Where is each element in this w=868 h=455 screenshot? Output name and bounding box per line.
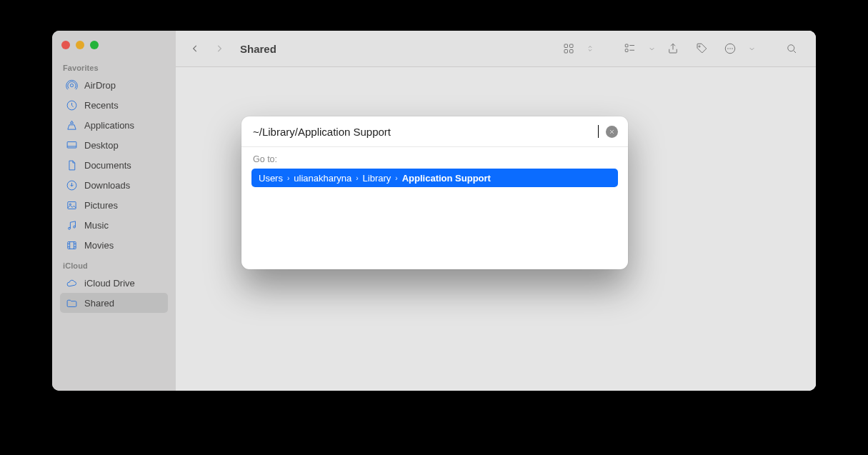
svg-point-6 — [69, 227, 71, 229]
chevron-right-icon: › — [395, 174, 397, 182]
sidebar-item-movies[interactable]: Movies — [60, 235, 168, 255]
svg-point-19 — [732, 48, 733, 49]
sidebar-section-favorites: Favorites — [63, 64, 168, 72]
sidebar-item-music[interactable]: Music — [60, 215, 168, 235]
desktop-icon — [66, 139, 78, 151]
toolbar: Shared — [176, 31, 816, 67]
minimize-window[interactable] — [76, 41, 84, 49]
text-caret — [598, 125, 599, 138]
svg-rect-8 — [68, 241, 76, 249]
group-by-button[interactable] — [617, 38, 643, 59]
svg-rect-11 — [564, 50, 568, 54]
back-button[interactable] — [184, 38, 206, 59]
goto-path-input[interactable] — [253, 126, 597, 138]
sidebar-item-label: Desktop — [84, 140, 119, 151]
svg-point-18 — [729, 48, 731, 49]
sidebar-item-pictures[interactable]: Pictures — [60, 195, 168, 215]
clock-icon — [66, 99, 78, 111]
document-icon — [66, 159, 78, 171]
svg-point-20 — [788, 45, 794, 51]
forward-button[interactable] — [209, 38, 230, 59]
download-icon — [66, 179, 78, 191]
svg-rect-10 — [570, 44, 574, 48]
shared-folder-icon — [66, 297, 78, 309]
group-by-chevron[interactable] — [646, 38, 657, 59]
goto-input-row — [241, 116, 628, 147]
sidebar-item-recents[interactable]: Recents — [60, 95, 168, 115]
clear-input-button[interactable] — [606, 126, 618, 138]
music-icon — [66, 219, 78, 231]
chevron-right-icon: › — [356, 174, 358, 182]
view-mode-button[interactable] — [556, 38, 582, 59]
sidebar-item-label: AirDrop — [84, 80, 116, 91]
sidebar-item-applications[interactable]: Applications — [60, 115, 168, 135]
sidebar-item-label: Pictures — [84, 200, 118, 211]
actions-chevron[interactable] — [746, 38, 757, 59]
sidebar-item-airdrop[interactable]: AirDrop — [60, 75, 168, 95]
sidebar-item-iclouddrive[interactable]: iCloud Drive — [60, 273, 168, 293]
search-button[interactable] — [779, 38, 804, 59]
view-mode-stepper[interactable] — [584, 38, 596, 59]
image-icon — [66, 199, 78, 211]
window-controls — [61, 41, 168, 49]
svg-point-0 — [70, 84, 73, 86]
sidebar-section-icloud: iCloud — [63, 261, 168, 270]
sidebar-item-documents[interactable]: Documents — [60, 155, 168, 175]
sidebar-item-shared[interactable]: Shared — [60, 293, 168, 313]
sidebar-item-label: Recents — [84, 100, 119, 111]
sidebar-item-label: Music — [84, 220, 109, 231]
cloud-icon — [66, 277, 78, 289]
svg-point-5 — [69, 204, 71, 205]
svg-rect-2 — [67, 141, 76, 148]
goto-folder-sheet: Go to: Users › ulianakharyna › Library ›… — [241, 116, 628, 269]
breadcrumb-segment: ulianakharyna — [294, 173, 351, 184]
sidebar-item-label: Documents — [84, 160, 131, 171]
share-button[interactable] — [660, 38, 686, 59]
sidebar-item-label: Applications — [84, 120, 134, 131]
goto-result-row[interactable]: Users › ulianakharyna › Library › Applic… — [251, 169, 618, 187]
breadcrumb-segment-final: Application Support — [402, 173, 491, 184]
sidebar-item-label: Downloads — [84, 180, 130, 191]
tags-button[interactable] — [689, 38, 714, 59]
svg-rect-4 — [68, 201, 76, 209]
window-title: Shared — [240, 43, 276, 55]
breadcrumb-segment: Users — [259, 173, 283, 184]
svg-point-7 — [74, 226, 76, 228]
svg-rect-9 — [564, 44, 568, 48]
svg-rect-13 — [625, 44, 628, 47]
svg-point-15 — [699, 46, 700, 47]
sidebar-item-downloads[interactable]: Downloads — [60, 175, 168, 195]
breadcrumb-segment: Library — [363, 173, 391, 184]
sidebar-item-label: Movies — [84, 240, 114, 251]
goto-label: Go to: — [253, 154, 618, 164]
sidebar-item-desktop[interactable]: Desktop — [60, 135, 168, 155]
svg-point-17 — [727, 48, 729, 49]
chevron-right-icon: › — [287, 174, 289, 182]
film-icon — [66, 239, 78, 251]
fullscreen-window[interactable] — [90, 41, 99, 49]
actions-button[interactable] — [717, 38, 743, 59]
sidebar-item-label: iCloud Drive — [84, 278, 135, 289]
svg-rect-14 — [625, 49, 628, 52]
sidebar: Favorites AirDrop Recents Applications D… — [52, 31, 176, 391]
close-window[interactable] — [61, 41, 70, 49]
airdrop-icon — [66, 79, 78, 91]
svg-rect-12 — [570, 50, 574, 54]
sidebar-item-label: Shared — [84, 298, 114, 309]
applications-icon — [66, 119, 78, 131]
